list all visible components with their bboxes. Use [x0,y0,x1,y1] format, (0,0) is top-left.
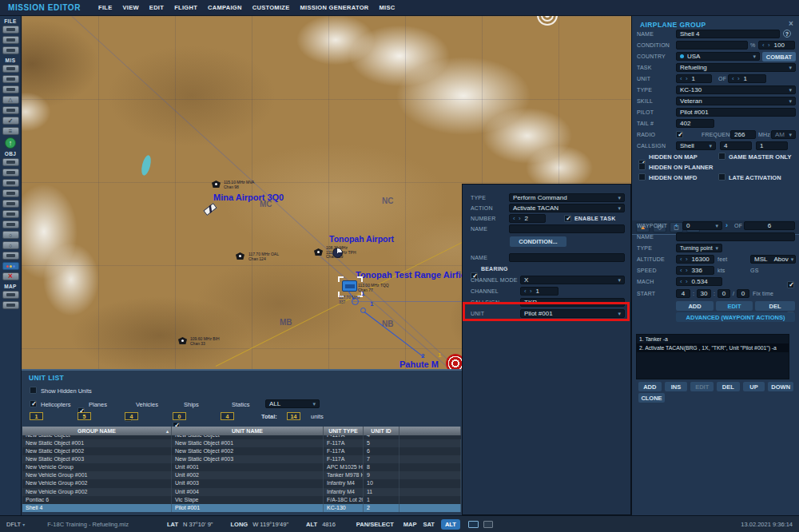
table-row[interactable]: New Vehicle Group #002Unit #004Infantry … [22,488,461,496]
action-down-button[interactable]: DOWN [768,382,793,391]
menu-campaign[interactable]: CAMPAIGN [208,4,242,11]
zone-icon[interactable] [2,241,19,249]
unit-list-icon[interactable] [2,262,19,270]
start-hours-input[interactable]: 4 [676,289,690,298]
country-dropdown[interactable]: USA [676,52,760,61]
table-row[interactable]: New Vehicle Group #001Unit #002Tanker M9… [22,471,461,479]
pan-select-mode[interactable]: PAN/SELECT [356,521,394,528]
air-defence-icon[interactable] [2,210,19,218]
speed-stepper[interactable]: 336 [676,266,714,275]
frequency-input[interactable]: 266 [730,130,756,139]
action-edit-button[interactable]: EDIT [690,382,714,391]
table-row[interactable]: New Static Object #002New Static Object … [22,447,461,455]
table-row[interactable]: New Vehicle GroupUnit #001APC M1025 HMMW… [22,463,461,471]
task-number-stepper[interactable]: 2 [509,214,546,223]
waypoint-edit-button[interactable]: EDIT [716,301,753,311]
template-icon[interactable] [2,231,19,239]
header-unit-id[interactable]: UNIT ID [364,427,400,435]
validate-icon[interactable] [2,117,19,125]
task-name-input[interactable] [509,224,625,233]
table-row[interactable]: New Static Object #001New Static Object … [22,439,461,447]
action-clone-button[interactable]: CLONE [638,393,665,403]
static-object-icon[interactable] [2,200,19,208]
filter-helicopters-checkbox[interactable] [30,400,37,407]
briefing-icon[interactable] [2,65,19,73]
type-dropdown[interactable]: KC-130 [676,85,796,94]
callsign-num2-input[interactable]: 1 [756,141,788,150]
alt-view-button[interactable]: ALT [441,519,460,530]
vehicle-group-icon[interactable] [2,189,19,197]
condition-input[interactable] [676,41,748,50]
sat-view-button[interactable]: SAT [423,521,434,528]
failures-icon[interactable] [2,85,19,93]
waypoint-type-dropdown[interactable]: Turning point [676,244,722,252]
route-tool-icon[interactable] [2,220,19,228]
map-options-icon[interactable] [2,291,19,299]
menu-view[interactable]: VIEW [122,4,138,11]
helicopter-group-icon[interactable] [2,169,19,177]
waypoint-del-button[interactable]: DEL [755,301,795,311]
tonopah-airport-label[interactable]: Tonopah Airport [329,234,394,244]
unit-count-stepper[interactable]: 1 [676,74,712,83]
altitude-stepper[interactable]: 16300 [676,255,714,264]
condition-stepper[interactable]: 100 [758,41,795,50]
waypoint-add-button[interactable]: ADD [676,301,714,311]
altitude-mode-dropdown[interactable]: MSLAbov [750,255,796,264]
advanced-waypoint-actions-button[interactable]: ADVANCED (WAYPOINT ACTIONS) [676,312,795,322]
action-up-button[interactable]: UP [743,382,765,391]
waypoint-index-dropdown[interactable]: 0 [682,221,722,230]
show-hidden-units-checkbox[interactable] [30,387,37,394]
goals-icon[interactable] [2,106,19,114]
task-action-dropdown[interactable]: Activate TACAN [509,204,625,212]
screen-icon[interactable] [468,521,479,528]
close-icon[interactable]: × [789,19,793,28]
open-mission-icon[interactable] [2,36,19,44]
new-mission-icon[interactable] [2,26,19,34]
header-unit-name[interactable]: UNIT NAME [172,427,324,435]
pilot-input[interactable]: Pilot #001 [676,108,796,117]
game-master-only-checkbox[interactable] [718,153,725,160]
menu-flight[interactable]: FLIGHT [174,4,197,11]
table-row[interactable]: New Vehicle Group #002Unit #003Infantry … [22,479,461,487]
menu-mission-generator[interactable]: MISSION GENERATOR [300,4,368,11]
tacan-name-input[interactable] [509,253,625,262]
map-ruler-icon[interactable] [2,301,19,309]
airplane-group-icon[interactable] [2,158,19,166]
tanker-unit-icon[interactable] [342,280,357,292]
map-view-button[interactable]: MAP [403,521,417,528]
mach-stepper[interactable]: 0.534 [676,277,722,286]
hidden-on-planner-checkbox[interactable] [638,163,646,170]
table-row[interactable]: Pontiac 6Vic SlapeF/A-18C Lot 201 [22,496,461,504]
menu-edit[interactable]: EDIT [149,4,164,11]
upload-icon[interactable] [5,137,16,149]
waypoint-name-input[interactable] [676,232,795,241]
task-type-dropdown[interactable]: Perform Command [509,193,625,202]
waypoint-prev-icon[interactable]: ‹ [675,221,678,229]
mina-airport-label[interactable]: Mina Airport 3Q0 [213,193,284,202]
menu-customize[interactable]: CUSTOMIZE [252,4,290,11]
tail-number-input[interactable]: 402 [676,119,714,128]
start-seconds-input[interactable]: 0 [718,289,730,298]
channel-stepper[interactable]: 1 [520,287,559,296]
gs-checkbox[interactable] [787,281,794,288]
menu-file[interactable]: FILE [98,4,112,11]
header-group-name[interactable]: GROUP NAME [22,427,172,435]
ttr-airfield-label[interactable]: Tonopah Test Range Airfield [356,270,474,280]
start-days-input[interactable]: 0 [737,289,749,298]
task-dropdown[interactable]: Refueling [676,63,796,72]
hidden-on-mfd-checkbox[interactable] [638,173,646,181]
table-row[interactable]: New Static Object #003New Static Object … [22,455,461,463]
action-item-selected[interactable]: 2. Activate TACAN(BRG , 1X, "TKR", Unit … [637,343,789,352]
pahute-label[interactable]: Pahute M [400,359,439,369]
action-item[interactable]: 1. Tanker -a [637,335,789,343]
save-mission-icon[interactable] [2,46,19,54]
delete-object-icon[interactable] [2,272,19,280]
start-minutes-input[interactable]: 30 [697,289,711,298]
panel-icon[interactable] [483,521,493,528]
action-ins-button[interactable]: INS [665,382,688,391]
trigger-chain-icon[interactable] [2,127,19,135]
modulation-dropdown[interactable]: AM [771,130,796,139]
menu-misc[interactable]: MISC [380,4,396,11]
triggers-icon[interactable] [2,96,19,104]
group-name-input[interactable]: Shell 4 [676,30,780,38]
